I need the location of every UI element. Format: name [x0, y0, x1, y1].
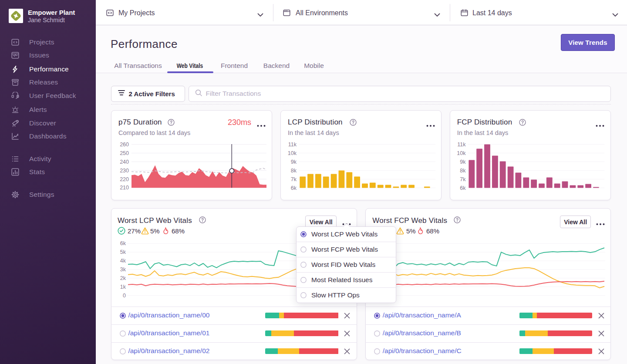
svg-text:8k: 8k [460, 168, 466, 174]
svg-text:5k: 5k [120, 249, 126, 255]
svg-text:7k: 7k [460, 176, 466, 182]
svg-text:3k: 3k [120, 266, 126, 273]
svg-text:220: 220 [120, 176, 129, 182]
svg-text:2k: 2k [120, 275, 126, 281]
svg-text:7k: 7k [291, 176, 297, 182]
svg-text:10k: 10k [288, 150, 297, 156]
svg-text:10k: 10k [457, 150, 466, 156]
svg-text:0: 0 [123, 293, 126, 299]
svg-text:9k: 9k [291, 159, 297, 165]
svg-text:210: 210 [120, 185, 129, 191]
svg-text:9k: 9k [460, 159, 466, 165]
svg-text:11k: 11k [457, 142, 466, 148]
svg-text:230: 230 [120, 168, 129, 174]
svg-text:250: 250 [120, 150, 129, 156]
svg-text:6k: 6k [120, 240, 126, 246]
svg-text:11k: 11k [288, 142, 297, 148]
svg-text:260: 260 [120, 142, 129, 148]
svg-text:4k: 4k [120, 258, 126, 264]
svg-text:1k: 1k [120, 284, 126, 290]
svg-text:8k: 8k [291, 168, 297, 174]
svg-text:6k: 6k [291, 185, 297, 191]
svg-text:240: 240 [120, 159, 129, 165]
svg-text:6k: 6k [460, 185, 466, 191]
